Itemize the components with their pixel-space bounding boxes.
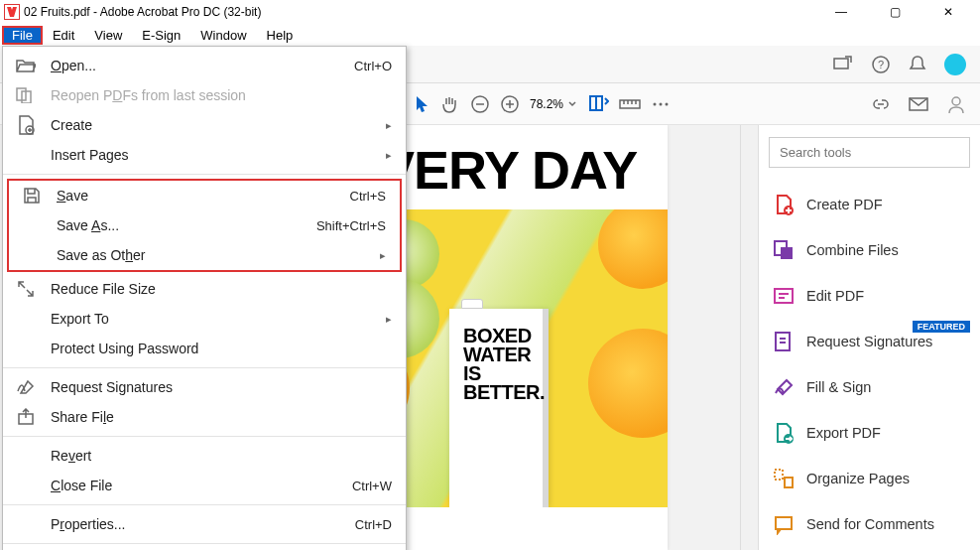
avatar[interactable] [944, 54, 966, 75]
tool-label: Export PDF [806, 425, 881, 441]
svg-rect-6 [620, 100, 640, 108]
menu-reduce-file[interactable]: Reduce File Size [3, 274, 406, 304]
link-icon[interactable] [871, 96, 891, 112]
menu-file[interactable]: File [2, 26, 43, 45]
tool-request-signatures[interactable]: FEATURED Request Signatures [769, 319, 970, 364]
menu-export-to[interactable]: Export To ▸ [3, 304, 406, 334]
search-input[interactable] [769, 137, 970, 168]
zoom-level[interactable]: 78.2% [530, 97, 577, 111]
zoom-in-icon[interactable] [500, 94, 520, 114]
close-button[interactable]: ✕ [930, 5, 966, 19]
save-icon [21, 187, 43, 205]
tool-label: Request Signatures [806, 334, 932, 349]
chevron-right-icon: ▸ [386, 313, 392, 326]
tool-label: Create PDF [806, 197, 883, 212]
menu-share-file[interactable]: Share File [3, 402, 406, 432]
window-title: 02 Fruits.pdf - Adobe Acrobat Pro DC (32… [24, 5, 261, 19]
menu-view[interactable]: View [84, 26, 132, 45]
menu-item-label: Open... [51, 58, 96, 73]
maximize-button[interactable]: ▢ [877, 5, 913, 19]
menu-insert-pages[interactable]: Insert Pages ▸ [3, 140, 406, 170]
menu-item-label: Insert Pages [51, 147, 129, 163]
shortcut: Ctrl+S [350, 189, 386, 204]
tool-fill-sign[interactable]: Fill & Sign [769, 364, 970, 410]
svg-rect-14 [781, 247, 793, 259]
minimize-button[interactable]: — [823, 5, 859, 19]
tool-organize-pages[interactable]: Organize Pages [769, 456, 970, 501]
file-dropdown: Open... Ctrl+O Reopen PDFs from last ses… [2, 46, 407, 550]
edit-pdf-icon [773, 285, 795, 307]
svg-rect-15 [775, 289, 793, 303]
svg-rect-20 [776, 517, 792, 529]
menu-revert[interactable]: Revert [3, 441, 406, 471]
app-icon [4, 4, 20, 20]
bell-icon[interactable] [909, 55, 926, 74]
shortcut: Shift+Ctrl+S [316, 218, 386, 233]
carton: BOXEDWATERISBETTER. [449, 309, 549, 507]
create-icon [15, 116, 37, 134]
help-icon[interactable]: ? [871, 55, 891, 74]
separator [3, 174, 406, 175]
tool-send-comments[interactable]: Send for Comments [769, 501, 970, 547]
mail-icon[interactable] [909, 96, 928, 112]
menu-open[interactable]: Open... Ctrl+O [3, 51, 406, 80]
menu-create[interactable]: Create ▸ [3, 110, 406, 140]
menu-item-label: Request Signatures [51, 379, 173, 395]
shortcut: Ctrl+W [352, 479, 392, 493]
reopen-icon [15, 86, 37, 104]
menu-item-label: Save As... [57, 217, 119, 233]
tool-label: Send for Comments [806, 516, 934, 532]
send-comments-icon [773, 513, 795, 535]
tool-label: Edit PDF [806, 288, 864, 304]
combine-files-icon [773, 239, 795, 261]
user-icon[interactable] [946, 94, 966, 114]
scrollbar[interactable] [740, 125, 758, 550]
share-screen-icon[interactable] [833, 56, 853, 73]
menu-help[interactable]: Help [257, 26, 304, 45]
menu-edit[interactable]: Edit [43, 26, 84, 45]
tool-export-pdf[interactable]: Export PDF [769, 410, 970, 456]
export-pdf-icon [773, 422, 795, 444]
ruler-icon[interactable] [619, 97, 641, 111]
signature-icon [15, 378, 37, 396]
menu-item-label: Reopen PDFs from last session [51, 87, 246, 103]
save-group-highlight: Save Ctrl+S Save As... Shift+Ctrl+S Save… [7, 179, 402, 272]
separator [3, 543, 406, 544]
share-icon [15, 408, 37, 426]
tool-edit-pdf[interactable]: Edit PDF [769, 273, 970, 319]
menu-request-signatures[interactable]: Request Signatures [3, 372, 406, 402]
featured-badge: FEATURED [913, 321, 970, 333]
menu-item-label: Share File [51, 409, 114, 425]
tool-combine-files[interactable]: Combine Files [769, 227, 970, 273]
shortcut: Ctrl+O [354, 59, 392, 73]
menu-item-label: Close File [51, 478, 112, 493]
fit-width-icon[interactable] [587, 94, 609, 114]
carton-text: BOXEDWATERISBETTER. [449, 309, 549, 402]
menu-window[interactable]: Window [190, 26, 256, 45]
hand-icon[interactable] [440, 94, 460, 114]
menu-item-label: Reduce File Size [51, 281, 156, 297]
tool-create-pdf[interactable]: Create PDF [769, 182, 970, 227]
chevron-right-icon: ▸ [386, 149, 392, 162]
fill-sign-icon [773, 376, 795, 398]
separator [3, 367, 406, 368]
pointer-icon[interactable] [415, 95, 430, 113]
menu-properties[interactable]: Properties... Ctrl+D [3, 509, 406, 539]
menu-save-as-other[interactable]: Save as Other ▸ [9, 240, 400, 270]
menu-protect[interactable]: Protect Using Password [3, 334, 406, 363]
create-pdf-icon [773, 194, 795, 215]
more-icon[interactable] [651, 100, 671, 108]
separator [3, 436, 406, 437]
svg-text:?: ? [878, 59, 884, 70]
menu-close-file[interactable]: Close File Ctrl+W [3, 471, 406, 500]
shortcut: Ctrl+D [355, 517, 392, 532]
zoom-out-icon[interactable] [470, 94, 490, 114]
menu-item-label: Export To [51, 311, 109, 327]
menu-item-label: Save [57, 188, 88, 204]
svg-point-8 [660, 102, 663, 105]
menu-save[interactable]: Save Ctrl+S [9, 181, 400, 210]
svg-point-11 [952, 97, 960, 105]
menu-save-as[interactable]: Save As... Shift+Ctrl+S [9, 210, 400, 240]
menu-esign[interactable]: E-Sign [132, 26, 190, 45]
organize-pages-icon [773, 468, 795, 489]
